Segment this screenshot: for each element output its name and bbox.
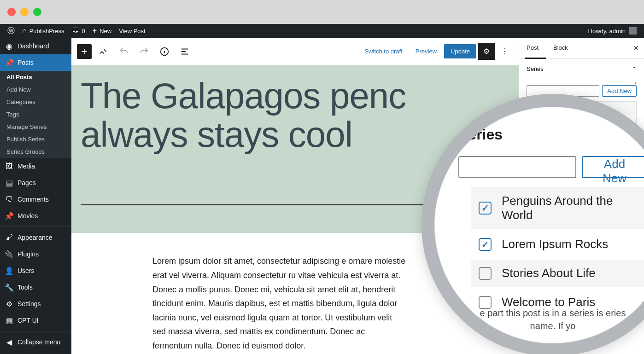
minimize-window-button[interactable] (20, 8, 29, 16)
maximize-window-button[interactable] (33, 8, 41, 16)
close-window-button[interactable] (7, 8, 16, 16)
mac-titlebar (0, 0, 644, 24)
